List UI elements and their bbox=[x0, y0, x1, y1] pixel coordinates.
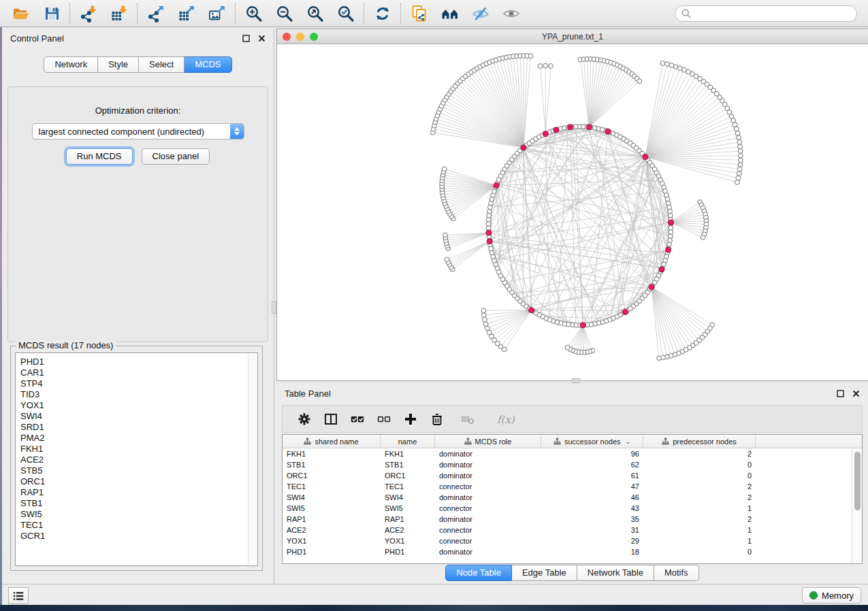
float-table-panel-icon[interactable] bbox=[836, 389, 844, 397]
mcds-node[interactable] bbox=[567, 125, 573, 130]
table-cell[interactable]: TEC1 bbox=[381, 482, 435, 491]
mcds-result-item[interactable]: SWI4 bbox=[20, 411, 257, 422]
mcds-node[interactable] bbox=[666, 247, 671, 252]
table-cell[interactable]: 2 bbox=[643, 482, 756, 491]
mcds-node[interactable] bbox=[587, 125, 592, 130]
table-cell[interactable]: SWI5 bbox=[381, 504, 435, 512]
table-cell[interactable]: dominator bbox=[435, 450, 541, 458]
close-panel-icon[interactable] bbox=[257, 34, 266, 42]
export-table-button[interactable] bbox=[177, 4, 195, 22]
table-cell[interactable]: SWI4 bbox=[381, 493, 435, 501]
table-cell[interactable]: connector bbox=[435, 537, 541, 545]
column-header-name[interactable]: name bbox=[381, 435, 435, 448]
list-scrollbar-track[interactable] bbox=[248, 354, 257, 565]
column-header-successor-nodes[interactable]: successor nodes⌄ bbox=[541, 435, 643, 448]
column-header-MCDS-role[interactable]: MCDS role bbox=[435, 435, 541, 448]
table-cell[interactable]: 0 bbox=[643, 548, 756, 556]
table-cell[interactable]: ORC1 bbox=[381, 472, 435, 480]
mcds-node[interactable] bbox=[521, 145, 526, 150]
mcds-result-item[interactable]: YOX1 bbox=[20, 400, 257, 411]
import-network-button[interactable] bbox=[79, 4, 97, 22]
column-header-predecessor-nodes[interactable]: predecessor nodes bbox=[643, 435, 756, 448]
table-cell[interactable]: 47 bbox=[541, 482, 643, 491]
mcds-result-item[interactable]: CAR1 bbox=[20, 367, 257, 378]
tab-mcds[interactable]: MCDS bbox=[184, 56, 231, 73]
table-cell[interactable]: 61 bbox=[541, 472, 643, 480]
tab-network[interactable]: Network bbox=[44, 56, 98, 73]
table-cell[interactable]: dominator bbox=[435, 515, 541, 523]
table-row[interactable]: RAP1RAP1dominator352 bbox=[283, 514, 852, 525]
table-cell[interactable]: FKH1 bbox=[283, 450, 381, 458]
close-table-panel-icon[interactable] bbox=[852, 389, 860, 397]
table-cell[interactable]: 1 bbox=[643, 526, 756, 534]
mcds-node[interactable] bbox=[543, 131, 548, 137]
optimization-criterion-dropdown[interactable]: largest connected component (undirected) bbox=[32, 123, 244, 139]
mcds-result-item[interactable]: TEC1 bbox=[20, 520, 257, 531]
zoom-fit-button[interactable] bbox=[306, 4, 324, 22]
refresh-layout-button[interactable] bbox=[373, 4, 391, 22]
mcds-result-item[interactable]: ACE2 bbox=[20, 455, 257, 465]
table-cell[interactable]: PHD1 bbox=[283, 548, 381, 556]
table-row[interactable]: SWI4SWI4dominator462 bbox=[283, 492, 852, 503]
mcds-result-item[interactable]: PHD1 bbox=[20, 357, 257, 367]
table-cell[interactable]: ORC1 bbox=[283, 472, 381, 480]
table-tab-motifs[interactable]: Motifs bbox=[654, 565, 699, 581]
mcds-result-item[interactable]: STB5 bbox=[20, 465, 257, 476]
horizontal-splitter-handle[interactable] bbox=[572, 378, 580, 383]
mcds-result-item[interactable]: STB1 bbox=[20, 498, 257, 509]
table-scrollbar-thumb[interactable] bbox=[854, 452, 861, 510]
table-cell[interactable]: 2 bbox=[643, 515, 756, 523]
mcds-node[interactable] bbox=[668, 220, 673, 225]
table-scrollbar[interactable] bbox=[852, 448, 862, 563]
table-row[interactable]: STB1STB1dominator620 bbox=[283, 459, 852, 470]
mcds-node[interactable] bbox=[623, 309, 628, 314]
mcds-node[interactable] bbox=[528, 308, 534, 313]
table-cell[interactable]: dominator bbox=[435, 548, 541, 556]
zoom-in-button[interactable] bbox=[244, 4, 263, 22]
mcds-node[interactable] bbox=[494, 183, 499, 188]
table-cell[interactable]: dominator bbox=[435, 493, 541, 501]
table-row[interactable]: ACE2ACE2connector311 bbox=[283, 525, 852, 535]
mcds-node[interactable] bbox=[486, 230, 492, 235]
first-neighbors-button[interactable] bbox=[440, 4, 459, 22]
table-cell[interactable]: TEC1 bbox=[283, 482, 381, 491]
table-cell[interactable]: 0 bbox=[643, 472, 756, 480]
mcds-node[interactable] bbox=[649, 284, 654, 290]
add-column-button[interactable] bbox=[403, 412, 417, 426]
table-cell[interactable]: SWI5 bbox=[283, 504, 381, 512]
table-row[interactable]: ORC1ORC1dominator610 bbox=[283, 470, 852, 481]
table-cell[interactable]: PHD1 bbox=[381, 548, 435, 556]
delete-column-button[interactable] bbox=[430, 412, 444, 426]
duplicate-network-button[interactable] bbox=[410, 4, 428, 22]
deselect-all-columns-button[interactable] bbox=[376, 412, 391, 426]
table-cell[interactable]: 0 bbox=[643, 461, 756, 469]
table-cell[interactable]: connector bbox=[435, 482, 541, 491]
tab-select[interactable]: Select bbox=[139, 56, 184, 73]
table-cell[interactable]: 31 bbox=[541, 526, 643, 534]
table-row[interactable]: YOX1YOX1connector291 bbox=[283, 535, 852, 546]
table-cell[interactable]: 43 bbox=[541, 504, 643, 512]
table-cell[interactable]: YOX1 bbox=[381, 537, 435, 545]
mcds-node[interactable] bbox=[605, 129, 611, 134]
memory-button[interactable]: Memory bbox=[802, 587, 861, 604]
table-cell[interactable]: 2 bbox=[643, 450, 756, 458]
table-cell[interactable]: RAP1 bbox=[381, 515, 435, 523]
mcds-result-item[interactable]: GCR1 bbox=[20, 531, 257, 542]
table-cell[interactable]: 1 bbox=[643, 504, 756, 512]
table-row[interactable]: FKH1FKH1dominator962 bbox=[283, 448, 852, 459]
table-row[interactable]: SWI5SWI5connector431 bbox=[283, 503, 852, 514]
hide-selected-button[interactable] bbox=[471, 4, 489, 22]
table-tab-network-table[interactable]: Network Table bbox=[577, 565, 654, 581]
show-column-panel-button[interactable] bbox=[323, 412, 338, 426]
mcds-result-item[interactable]: TID3 bbox=[20, 389, 257, 400]
table-cell[interactable]: YOX1 bbox=[283, 537, 381, 545]
zoom-out-button[interactable] bbox=[275, 4, 293, 22]
close-panel-button[interactable]: Close panel bbox=[142, 148, 210, 165]
mcds-node[interactable] bbox=[580, 323, 585, 328]
table-tab-node-table[interactable]: Node Table bbox=[445, 565, 512, 581]
table-cell[interactable]: 1 bbox=[643, 537, 756, 545]
mcds-result-item[interactable]: PMA2 bbox=[20, 433, 257, 444]
search-box[interactable] bbox=[675, 5, 857, 22]
table-row[interactable]: PHD1PHD1dominator180 bbox=[283, 546, 852, 557]
mcds-result-item[interactable]: FKH1 bbox=[20, 444, 257, 455]
